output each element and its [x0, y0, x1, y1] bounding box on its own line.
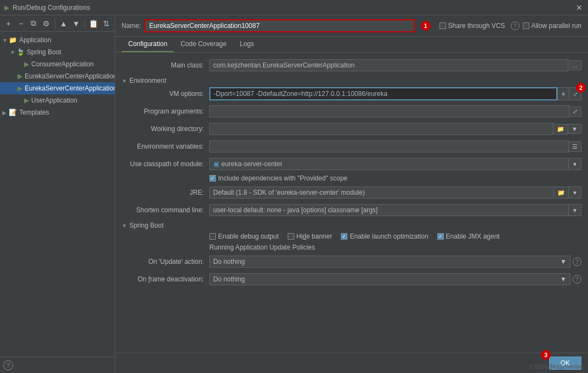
vm-options-label: VM options: [122, 90, 209, 98]
main-content: + − ⧉ ⚙ ▲ ▼ 📋 ⇅ ▼ 📁 Application [0, 15, 588, 373]
badge-2: 2 [576, 83, 586, 93]
jre-select-wrapper: Default (1.8 - SDK of 'eureka-server-cen… [209, 187, 581, 199]
on-frame-row: On frame deactivation: Do nothing ▼ ? [122, 272, 581, 286]
jre-browse-button[interactable]: 📁 [554, 187, 569, 199]
on-frame-label: On frame deactivation: [122, 275, 209, 283]
on-frame-wrapper: Do nothing ▼ ? [209, 273, 581, 285]
shorten-cmd-wrapper: user-local default: none - java [options… [209, 204, 581, 216]
user-run-icon: ▶ [24, 97, 29, 104]
shorten-cmd-row: Shorten command line: user-local default… [122, 203, 581, 217]
on-frame-value[interactable]: Do nothing ▼ [209, 273, 570, 285]
vm-options-add-button[interactable]: + [557, 87, 569, 100]
hide-banner-checkbox[interactable] [288, 233, 294, 240]
springboot-section-title: Spring Boot [129, 222, 164, 229]
working-directory-row: Working directory: 📁 ▼ [122, 122, 581, 136]
on-frame-help-icon[interactable]: ? [573, 275, 581, 284]
add-from-template-button[interactable]: 📋 [88, 18, 99, 29]
tree-item-application[interactable]: ▼ 📁 Application [0, 34, 115, 46]
close-button[interactable]: ✕ [575, 3, 584, 12]
arrow-templates: ▶ [2, 110, 9, 116]
vm-options-input[interactable] [209, 87, 557, 100]
include-deps-checkbox[interactable] [209, 175, 216, 182]
copy-config-button[interactable]: ⧉ [28, 18, 39, 29]
springboot-label: Spring Boot [27, 48, 61, 56]
run-debug-icon: ▶ [4, 4, 9, 12]
jre-row: JRE: Default (1.8 - SDK of 'eureka-serve… [122, 185, 581, 200]
move-down-button[interactable]: ▼ [71, 18, 81, 29]
toolbar-separator [55, 19, 55, 28]
remove-config-button[interactable]: − [16, 18, 26, 29]
shorten-cmd-dropdown-button[interactable]: ▼ [569, 204, 581, 216]
environment-title: Environment [129, 77, 166, 84]
main-class-browse-button[interactable]: … [568, 60, 581, 70]
enable-debug-checkbox-label[interactable]: Enable debug output [209, 233, 279, 240]
name-input[interactable] [145, 20, 414, 32]
program-arguments-row: Program arguments: ⤢ [122, 104, 581, 118]
env-variables-edit-button[interactable]: ☰ [569, 142, 581, 152]
add-config-button[interactable]: + [3, 18, 14, 29]
program-arguments-expand-button[interactable]: ⤢ [569, 106, 581, 117]
share-area: Share through VCS ? Allow parallel run [439, 21, 581, 30]
arrow-application: ▼ [2, 37, 9, 43]
allow-parallel-checkbox[interactable] [523, 22, 529, 29]
move-up-button[interactable]: ▲ [59, 18, 69, 29]
enable-debug-checkbox[interactable] [209, 233, 216, 240]
tree-item-eureka10087[interactable]: ▶ EurekaServerCenterApplication10087 [0, 82, 115, 94]
share-vcs-checkbox[interactable] [439, 22, 446, 29]
main-class-row: Main class: … [122, 58, 581, 72]
on-update-value[interactable]: Do nothing ▼ [209, 256, 570, 268]
templates-label: Templates [19, 109, 49, 116]
share-vcs-text: Share through VCS [448, 22, 505, 30]
module-icon: ▣ [213, 160, 219, 168]
application-label: Application [19, 36, 52, 44]
working-directory-input[interactable] [209, 123, 553, 135]
templates-icon: 📝 [9, 109, 17, 116]
main-class-input[interactable] [209, 59, 568, 71]
sort-button[interactable]: ⇅ [101, 18, 111, 29]
program-arguments-input[interactable] [209, 105, 569, 117]
share-vcs-help-icon[interactable]: ? [511, 21, 520, 30]
arrow-springboot: ▼ [10, 49, 16, 55]
config-tree: ▼ 📁 Application ▼ 🍃 Spring Boot ▶ Consum… [0, 32, 115, 357]
help-icon[interactable]: ? [3, 360, 13, 370]
left-toolbar: + − ⧉ ⚙ ▲ ▼ 📋 ⇅ [0, 15, 115, 32]
on-update-help-icon[interactable]: ? [573, 257, 581, 266]
enable-jmx-text: Enable JMX agent [446, 233, 500, 240]
hide-banner-text: Hide banner [296, 233, 332, 240]
program-arguments-label: Program arguments: [122, 108, 209, 115]
env-variables-row: Environment variables: ☰ [122, 139, 581, 154]
tree-item-eureka[interactable]: ▶ EurekaServerCenterApplication [0, 70, 115, 82]
include-deps-label: Include dependencies with "Provided" sco… [218, 174, 347, 182]
working-directory-browse-button[interactable]: 📁 [553, 124, 568, 134]
environment-arrow[interactable]: ▼ [122, 78, 127, 84]
tab-code-coverage[interactable]: Code Coverage [174, 37, 233, 52]
allow-parallel-checkbox-label[interactable]: Allow parallel run [523, 22, 581, 30]
settings-button[interactable]: ⚙ [41, 18, 52, 29]
share-vcs-checkbox-label[interactable]: Share through VCS [439, 22, 505, 30]
hide-banner-checkbox-label[interactable]: Hide banner [288, 233, 332, 240]
tree-item-consumer[interactable]: ▶ ConsumerApplication [0, 58, 115, 70]
dialog-title: Run/Debug Configurations [13, 4, 90, 12]
classpath-module-label: Use classpath of module: [122, 160, 209, 168]
tab-configuration[interactable]: Configuration [122, 37, 174, 52]
jre-dropdown-button[interactable]: ▼ [569, 187, 581, 199]
enable-jmx-checkbox-label[interactable]: Enable JMX agent [437, 233, 500, 240]
working-directory-dropdown-button[interactable]: ▼ [568, 124, 581, 134]
jre-label: JRE: [122, 189, 209, 196]
springboot-section-arrow[interactable]: ▼ [122, 223, 127, 229]
enable-jmx-checkbox[interactable] [437, 233, 444, 240]
classpath-module-dropdown-button[interactable]: ▼ [569, 158, 581, 170]
springboot-checkboxes: Enable debug output Hide banner Enable l… [209, 231, 581, 241]
env-variables-input[interactable] [209, 140, 569, 152]
enable-launch-checkbox[interactable] [341, 233, 347, 240]
working-directory-label: Working directory: [122, 125, 209, 133]
shorten-cmd-value: user-local default: none - java [options… [209, 204, 569, 216]
toolbar-separator-2 [84, 19, 85, 28]
shorten-cmd-label: Shorten command line: [122, 206, 209, 214]
tree-item-templates[interactable]: ▶ 📝 Templates [0, 106, 115, 118]
tree-item-springboot[interactable]: ▼ 🍃 Spring Boot [0, 46, 115, 58]
tab-logs[interactable]: Logs [233, 37, 260, 52]
tree-item-user[interactable]: ▶ UserApplication [0, 94, 115, 106]
enable-launch-checkbox-label[interactable]: Enable launch optimization [341, 233, 428, 240]
env-variables-label: Environment variables: [122, 143, 209, 150]
